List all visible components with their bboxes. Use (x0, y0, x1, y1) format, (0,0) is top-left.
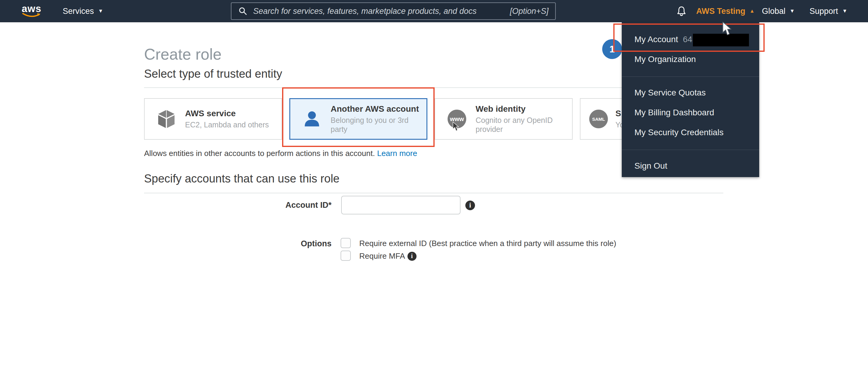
saml-icon: SAML (589, 110, 608, 128)
account-id-input[interactable] (341, 196, 461, 214)
trusted-entity-heading: Select type of trusted entity (144, 67, 282, 80)
my-account-label: My Account (634, 35, 678, 44)
services-label: Services (63, 7, 94, 16)
card-title: Another AWS account (331, 104, 427, 114)
menu-item-my-security-credentials[interactable]: My Security Credentials (622, 123, 759, 142)
person-icon (302, 110, 321, 128)
require-external-id-label: Require external ID (Best practice when … (359, 239, 616, 248)
menu-item-my-account[interactable]: My Account64 (622, 30, 759, 49)
card-subtitle: Cognito or any OpenID provider (475, 115, 572, 134)
bell-icon (676, 6, 687, 16)
top-navigation-bar: aws Services ▼ [Option+S] AWS Testing ▲ … (0, 0, 868, 22)
account-name-label: AWS Testing (696, 7, 745, 16)
chevron-up-icon: ▲ (749, 8, 755, 14)
step-number-badge: 1 (602, 39, 622, 59)
account-number-digits: 64 (683, 35, 692, 44)
menu-item-sign-out[interactable]: Sign Out (622, 156, 759, 176)
card-subtitle: Belonging to you or 3rd party (331, 115, 427, 134)
aws-logo-text: aws (22, 4, 41, 13)
search-icon (238, 6, 248, 16)
search-input[interactable] (253, 7, 504, 16)
aws-smile-icon (22, 13, 41, 18)
chevron-down-icon: ▼ (842, 8, 847, 14)
sign-out-label: Sign Out (634, 161, 667, 170)
card-text: Another AWS account Belonging to you or … (331, 104, 427, 134)
trusted-entity-description: Allows entities in other accounts to per… (144, 149, 417, 158)
redaction-bar (693, 34, 749, 46)
require-mfa-checkbox[interactable] (341, 250, 351, 261)
aws-logo[interactable]: aws (22, 0, 41, 22)
global-search-box[interactable]: [Option+S] (231, 2, 556, 20)
support-label: Support (809, 7, 838, 16)
my-service-quotas-label: My Service Quotas (634, 88, 706, 97)
require-mfa-row: Require MFA i (359, 252, 416, 261)
menu-item-my-organization[interactable]: My Organization (622, 49, 759, 69)
section-divider (144, 193, 723, 193)
account-menu-button[interactable]: AWS Testing ▲ (696, 0, 755, 22)
my-organization-label: My Organization (634, 55, 696, 64)
accounts-heading: Specify accounts that can use this role (144, 172, 339, 185)
notifications-button[interactable] (676, 0, 687, 22)
card-text: AWS service EC2, Lambda and others (185, 109, 269, 129)
info-icon[interactable]: i (465, 201, 475, 210)
options-label: Options (247, 239, 332, 248)
card-text: Web identity Cognito or any OpenID provi… (475, 104, 572, 134)
card-subtitle: EC2, Lambda and others (185, 120, 269, 129)
menu-item-my-billing-dashboard[interactable]: My Billing Dashboard (622, 103, 759, 123)
card-title: AWS service (185, 109, 269, 119)
description-text: Allows entities in other accounts to per… (144, 149, 375, 158)
info-icon[interactable]: i (407, 252, 416, 261)
card-another-aws-account[interactable]: Another AWS account Belonging to you or … (289, 98, 427, 140)
card-title: Web identity (475, 104, 572, 114)
mouse-cursor (722, 22, 733, 36)
account-dropdown-menu: My Account64 My Organization My Service … (622, 22, 759, 177)
menu-divider (622, 76, 759, 77)
learn-more-link[interactable]: Learn more (377, 149, 417, 158)
secondary-cursor (453, 122, 460, 131)
support-menu-button[interactable]: Support ▼ (809, 0, 847, 22)
my-billing-dashboard-label: My Billing Dashboard (634, 108, 714, 117)
chevron-down-icon: ▼ (789, 8, 795, 14)
region-menu-button[interactable]: Global ▼ (762, 0, 795, 22)
page-title: Create role (144, 45, 221, 63)
card-web-identity[interactable]: www Web identity Cognito or any OpenID p… (435, 98, 572, 140)
require-external-id-checkbox[interactable] (341, 238, 351, 248)
my-security-credentials-label: My Security Credentials (634, 128, 724, 137)
require-mfa-label: Require MFA (359, 252, 405, 261)
cube-icon (157, 109, 176, 129)
card-aws-service[interactable]: AWS service EC2, Lambda and others (144, 98, 282, 140)
services-menu-button[interactable]: Services ▼ (63, 0, 103, 22)
chevron-down-icon: ▼ (98, 8, 103, 14)
search-shortcut-hint: [Option+S] (510, 7, 549, 16)
region-label: Global (762, 7, 785, 16)
menu-item-my-service-quotas[interactable]: My Service Quotas (622, 83, 759, 103)
account-id-label: Account ID* (247, 201, 332, 210)
